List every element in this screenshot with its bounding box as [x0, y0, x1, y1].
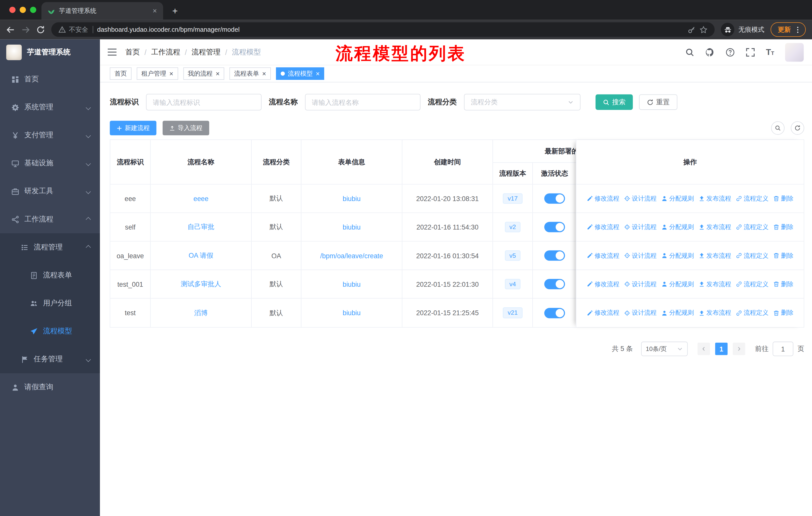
minimize-window-button[interactable]	[20, 7, 26, 13]
page-size-select[interactable]: 10条/页	[641, 342, 688, 356]
action-modify-process[interactable]: 修改流程	[587, 308, 619, 317]
process-name-link[interactable]: 自己审批	[187, 222, 214, 232]
action-design-process[interactable]: 设计流程	[624, 194, 657, 203]
sidebar-item-payment[interactable]: 支付管理	[0, 121, 100, 149]
action-process-definition[interactable]: 流程定义	[736, 194, 769, 203]
view-tag-1[interactable]: 租户管理×	[137, 67, 178, 80]
action-publish-process[interactable]: 发布流程	[698, 308, 731, 317]
search-button[interactable]: 搜索	[596, 94, 633, 110]
view-tag-2[interactable]: 我的流程×	[183, 67, 224, 80]
action-modify-process[interactable]: 修改流程	[587, 280, 619, 289]
action-modify-process[interactable]: 修改流程	[587, 223, 619, 232]
action-publish-process[interactable]: 发布流程	[698, 194, 731, 203]
sidebar-item-process-form[interactable]: 流程表单	[0, 261, 100, 289]
action-assign-rule[interactable]: 分配规则	[661, 194, 694, 203]
process-name-link[interactable]: eeee	[194, 195, 209, 202]
sidebar-item-task-mgmt[interactable]: 任务管理	[0, 345, 100, 373]
action-assign-rule[interactable]: 分配规则	[661, 280, 694, 289]
action-delete[interactable]: 删除	[773, 223, 793, 232]
action-delete[interactable]: 删除	[773, 308, 793, 317]
category-select[interactable]: 流程分类	[464, 94, 580, 110]
action-publish-process[interactable]: 发布流程	[698, 223, 731, 232]
active-toggle[interactable]	[544, 308, 565, 318]
fullscreen-icon[interactable]	[746, 47, 755, 57]
process-name-input[interactable]	[312, 98, 414, 106]
action-process-definition[interactable]: 流程定义	[736, 223, 769, 232]
create-process-button[interactable]: 新建流程	[110, 121, 156, 135]
import-process-button[interactable]: 导入流程	[163, 121, 209, 135]
search-icon[interactable]	[685, 47, 694, 57]
action-design-process[interactable]: 设计流程	[624, 280, 657, 289]
goto-page-input[interactable]	[773, 342, 793, 356]
form-info-link[interactable]: biubiu	[343, 280, 360, 288]
next-page-button[interactable]	[733, 343, 745, 355]
tag-close-icon[interactable]: ×	[169, 70, 173, 77]
sidebar-item-infra[interactable]: 基础设施	[0, 150, 100, 178]
current-page-button[interactable]: 1	[715, 343, 727, 355]
process-name-link[interactable]: OA 请假	[188, 251, 213, 260]
view-tag-4[interactable]: 流程模型×	[276, 67, 324, 80]
toggle-search-button[interactable]	[771, 121, 784, 135]
active-toggle[interactable]	[544, 279, 565, 289]
tab-close-icon[interactable]: ×	[153, 7, 157, 15]
form-info-link[interactable]: /bpm/oa/leave/create	[320, 252, 383, 260]
tag-close-icon[interactable]: ×	[262, 70, 266, 77]
new-tab-button[interactable]: +	[168, 4, 182, 18]
tag-close-icon[interactable]: ×	[216, 70, 220, 77]
breadcrumb-item[interactable]: 流程模型	[232, 47, 261, 57]
active-toggle[interactable]	[544, 250, 565, 261]
process-name-link[interactable]: 测试多审批人	[181, 279, 221, 289]
address-bar[interactable]: 不安全 dashboard.yudao.iocoder.cn/bpm/manag…	[51, 22, 715, 37]
tag-close-icon[interactable]: ×	[316, 70, 320, 77]
security-status[interactable]: 不安全	[58, 25, 88, 34]
process-name-link[interactable]: 滔博	[194, 308, 208, 318]
breadcrumb-item[interactable]: 工作流程	[151, 47, 180, 57]
forward-icon[interactable]	[21, 25, 30, 34]
action-process-definition[interactable]: 流程定义	[736, 251, 769, 260]
sidebar-item-process-model[interactable]: 流程模型	[0, 317, 100, 345]
sidebar-item-home[interactable]: 首页	[0, 65, 100, 93]
back-icon[interactable]	[6, 25, 15, 34]
action-delete[interactable]: 删除	[773, 280, 793, 289]
form-info-link[interactable]: biubiu	[343, 195, 360, 202]
refresh-table-button[interactable]	[791, 121, 804, 135]
bookmark-star-icon[interactable]	[700, 26, 707, 33]
action-publish-process[interactable]: 发布流程	[698, 280, 731, 289]
chrome-update-button[interactable]: 更新	[771, 22, 806, 37]
sidebar-item-process-mgmt[interactable]: 流程管理	[0, 233, 100, 261]
sidebar-item-workflow[interactable]: 工作流程	[0, 205, 100, 233]
password-key-icon[interactable]	[688, 26, 695, 33]
hamburger-icon[interactable]	[107, 48, 117, 56]
zoom-window-button[interactable]	[30, 7, 36, 13]
browser-menu-icon[interactable]	[794, 26, 802, 33]
sidebar-item-leave-query[interactable]: 请假查询	[0, 373, 100, 401]
docs-help-icon[interactable]	[726, 47, 735, 57]
font-size-icon[interactable]: TT	[766, 48, 774, 56]
action-process-definition[interactable]: 流程定义	[736, 308, 769, 317]
active-toggle[interactable]	[544, 193, 565, 203]
close-window-button[interactable]	[9, 7, 16, 13]
action-design-process[interactable]: 设计流程	[624, 251, 657, 260]
breadcrumb-item[interactable]: 首页	[125, 47, 140, 57]
sidebar-item-user-group[interactable]: 用户分组	[0, 289, 100, 317]
view-tag-3[interactable]: 流程表单×	[230, 67, 271, 80]
reload-icon[interactable]	[36, 25, 45, 34]
process-id-input[interactable]	[153, 98, 255, 106]
action-design-process[interactable]: 设计流程	[624, 308, 657, 317]
action-design-process[interactable]: 设计流程	[624, 223, 657, 232]
action-assign-rule[interactable]: 分配规则	[661, 223, 694, 232]
browser-tab[interactable]: 芋道管理系统 ×	[41, 2, 163, 20]
action-assign-rule[interactable]: 分配规则	[661, 308, 694, 317]
reset-button[interactable]: 重置	[639, 94, 677, 110]
prev-page-button[interactable]	[697, 343, 710, 355]
avatar[interactable]	[785, 43, 804, 61]
action-publish-process[interactable]: 发布流程	[698, 251, 731, 260]
action-delete[interactable]: 删除	[773, 251, 793, 260]
breadcrumb-item[interactable]: 流程管理	[192, 47, 221, 57]
sidebar-item-devtools[interactable]: 研发工具	[0, 178, 100, 205]
sidebar-item-system[interactable]: 系统管理	[0, 93, 100, 121]
action-modify-process[interactable]: 修改流程	[587, 251, 619, 260]
github-icon[interactable]	[705, 47, 715, 57]
action-assign-rule[interactable]: 分配规则	[661, 251, 694, 260]
action-delete[interactable]: 删除	[773, 194, 793, 203]
